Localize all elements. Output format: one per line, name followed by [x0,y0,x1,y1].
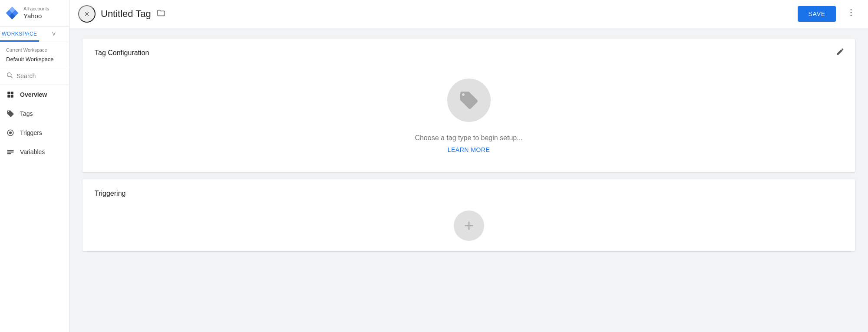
overview-label: Overview [20,91,47,98]
gtm-logo [4,5,20,21]
tag-config-title: Tag Configuration [95,49,843,57]
svg-rect-8 [7,95,10,98]
triggering-title: Triggering [95,190,843,197]
svg-rect-6 [7,92,10,94]
triggering-panel: Triggering [83,179,855,251]
top-bar: × Untitled Tag SAVE [69,0,868,28]
all-accounts-label: All accounts [23,6,49,12]
triggering-content [95,206,843,241]
tags-label: Tags [20,110,33,117]
tag-config-content: Choose a tag type to begin setup... LEAR… [95,66,843,162]
svg-rect-7 [11,92,13,94]
svg-rect-13 [7,151,14,152]
svg-rect-14 [7,153,11,154]
sidebar-item-overview[interactable]: Overview [0,85,69,104]
sidebar-item-variables[interactable]: Variables [0,142,69,161]
svg-rect-12 [7,150,14,151]
tag-configuration-panel: Tag Configuration Choose a tag type to b… [83,39,855,172]
workspace-label: Current Workspace [0,42,69,54]
account-name: Yahoo [23,12,49,20]
main-area: × Untitled Tag SAVE Tag Configuration [69,0,868,332]
svg-rect-9 [11,95,13,98]
triggers-icon [6,128,15,137]
triggers-label: Triggers [20,129,42,136]
svg-point-4 [7,73,11,77]
sidebar-tabs: WORKSPACE V [0,26,69,42]
tab-workspace[interactable]: WORKSPACE [0,26,39,42]
sidebar-nav: Overview Tags Triggers [0,85,69,332]
sidebar: All accounts Yahoo WORKSPACE V Current W… [0,0,69,332]
tag-type-icon[interactable] [447,79,491,122]
workspace-name: Default Workspace [0,54,69,67]
sidebar-header: All accounts Yahoo [0,0,69,26]
choose-tag-text: Choose a tag type to begin setup... [415,134,522,142]
more-options-icon[interactable] [843,6,859,22]
search-label: Search [17,72,36,79]
tag-icon [6,109,15,118]
save-button[interactable]: SAVE [798,6,836,22]
learn-more-link[interactable]: LEARN MORE [448,146,490,153]
content-area: Tag Configuration Choose a tag type to b… [69,28,868,332]
svg-line-5 [11,76,13,78]
overview-icon [6,90,15,99]
edit-icon[interactable] [836,47,845,58]
search-icon [6,72,13,80]
sidebar-search[interactable]: Search [0,67,69,85]
svg-point-15 [851,9,852,10]
svg-point-16 [851,12,852,13]
sidebar-item-tags[interactable]: Tags [0,104,69,123]
svg-point-17 [851,15,852,16]
tab-versions[interactable]: V [39,26,69,42]
variables-icon [6,148,15,156]
tag-title: Untitled Tag [101,8,151,20]
svg-point-11 [9,131,12,134]
folder-icon[interactable] [156,8,166,20]
sidebar-item-triggers[interactable]: Triggers [0,123,69,142]
variables-label: Variables [20,148,45,155]
close-button[interactable]: × [78,5,96,23]
trigger-add-icon[interactable] [454,210,484,241]
sidebar-account-info: All accounts Yahoo [23,6,49,20]
